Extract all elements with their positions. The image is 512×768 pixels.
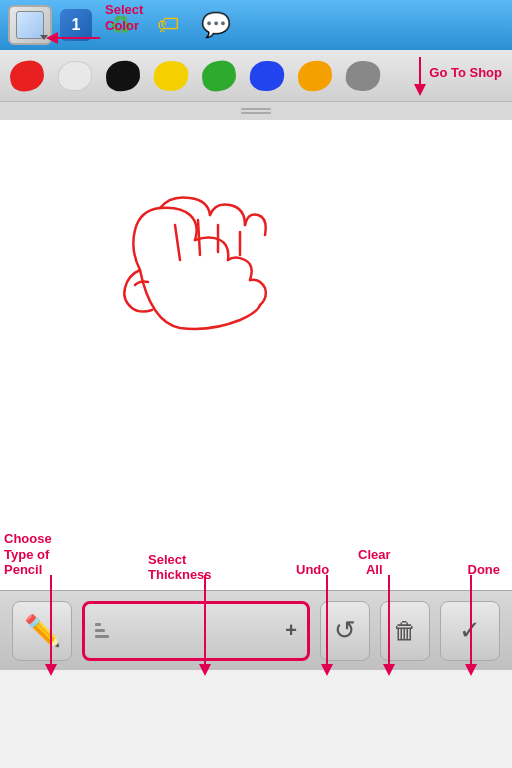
- undo-icon: ↺: [334, 615, 356, 646]
- shop-button[interactable]: 🏷: [148, 5, 188, 45]
- color-yellow[interactable]: [150, 57, 192, 95]
- recycle-button[interactable]: ♻: [100, 5, 140, 45]
- chat-button[interactable]: 💬: [196, 5, 236, 45]
- color-palette: [0, 50, 512, 102]
- undo-button[interactable]: ↺: [320, 601, 370, 661]
- color-green[interactable]: [198, 57, 240, 95]
- thickness-slider[interactable]: +: [82, 601, 310, 661]
- thickness-indicator: [95, 623, 109, 638]
- thickness-plus-icon: +: [285, 619, 297, 642]
- top-toolbar: 1 ♻ 🏷 💬: [0, 0, 512, 50]
- select-color-button[interactable]: [8, 5, 52, 45]
- trash-icon: 🗑: [393, 617, 417, 645]
- color-black[interactable]: [102, 57, 144, 95]
- color-white[interactable]: [54, 57, 96, 95]
- drag-handle[interactable]: [0, 102, 512, 120]
- done-button[interactable]: ✓: [440, 601, 500, 661]
- bottom-toolbar: ✏️ + ↺ 🗑 ✓: [0, 590, 512, 670]
- dropdown-arrow-icon: [40, 35, 48, 40]
- color-blue[interactable]: [246, 57, 288, 95]
- checkmark-icon: ✓: [459, 615, 481, 646]
- drawing-canvas[interactable]: [0, 120, 512, 590]
- handle-lines-icon: [241, 108, 271, 114]
- fist-drawing: [100, 180, 330, 380]
- clear-all-button[interactable]: 🗑: [380, 601, 430, 661]
- score-badge: 1: [60, 9, 92, 41]
- color-red[interactable]: [6, 57, 48, 95]
- pencil-type-button[interactable]: ✏️: [12, 601, 72, 661]
- color-orange[interactable]: [294, 57, 336, 95]
- color-gray[interactable]: [342, 57, 384, 95]
